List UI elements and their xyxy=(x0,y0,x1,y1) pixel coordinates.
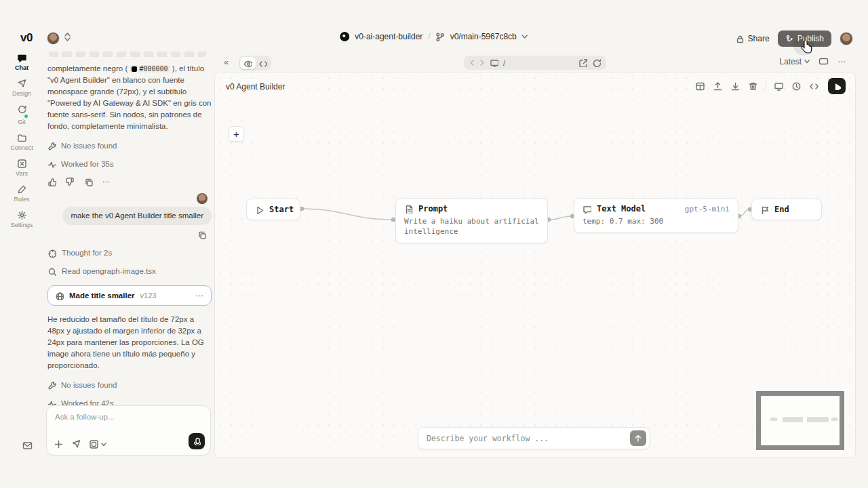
back-icon[interactable] xyxy=(469,60,475,66)
project-icon xyxy=(340,32,349,41)
device-frame-icon[interactable] xyxy=(818,56,829,66)
read-file-row[interactable]: Read opengraph-image.tsx xyxy=(47,266,212,277)
connect-icon xyxy=(17,133,27,143)
message-text: ), el título "v0 Agent Builder" en blanc… xyxy=(47,64,211,130)
branch-name[interactable]: v0/main-5967c8cb xyxy=(450,32,517,41)
eye-icon xyxy=(243,59,252,68)
forward-icon[interactable] xyxy=(479,60,485,66)
team-avatar[interactable] xyxy=(47,32,60,45)
copy-icon[interactable] xyxy=(197,230,206,239)
sidebar-item-rules[interactable]: Rules xyxy=(1,184,42,203)
mouse-cursor xyxy=(800,41,812,54)
version-select-label: Latest xyxy=(779,57,802,66)
user-avatar[interactable] xyxy=(840,32,853,45)
search-icon xyxy=(47,267,56,276)
worked-status[interactable]: Worked for 42s xyxy=(47,398,212,405)
more-actions-icon[interactable]: ⋯ xyxy=(102,176,111,188)
share-button[interactable]: Share xyxy=(736,34,770,43)
source-select[interactable] xyxy=(89,439,106,449)
preview-menu-icon[interactable]: ⋯ xyxy=(837,57,846,66)
sidebar-item-chat[interactable]: Chat xyxy=(1,53,42,71)
v0-logo[interactable]: v0 xyxy=(20,31,33,45)
wrench-icon xyxy=(47,142,56,150)
git-branch-icon xyxy=(436,33,445,41)
version-menu-icon[interactable]: ⋯ xyxy=(196,290,205,302)
scrolled-text-fragment xyxy=(49,52,206,57)
minimap-node xyxy=(783,417,803,422)
gear-icon xyxy=(17,210,27,220)
sidebar-item-git[interactable]: Git xyxy=(1,104,42,125)
feedback-mail-icon[interactable] xyxy=(22,441,33,451)
version-title: Made title smaller xyxy=(69,290,135,302)
node-label: Start xyxy=(269,205,294,214)
thinking-icon xyxy=(47,249,56,258)
copy-icon[interactable] xyxy=(84,178,93,186)
user-message-bubble: make the v0 Agent Builder title smaller xyxy=(62,207,212,225)
open-external-icon[interactable] xyxy=(578,58,587,67)
publish-icon xyxy=(785,35,794,43)
version-select[interactable]: Latest xyxy=(779,57,810,66)
voice-input-button[interactable] xyxy=(189,433,205,449)
team-switcher-icon[interactable] xyxy=(64,33,71,41)
version-number: v123 xyxy=(140,290,157,302)
preview-tab[interactable] xyxy=(240,57,256,69)
globe-icon xyxy=(55,291,64,300)
node-label: Prompt xyxy=(418,204,448,214)
code-tab[interactable] xyxy=(256,59,270,68)
chevron-down-icon[interactable] xyxy=(522,35,528,39)
sidebar-label: Rules xyxy=(14,196,29,203)
sidebar-item-design[interactable]: Design xyxy=(1,79,42,97)
code-icon xyxy=(258,59,267,68)
minimap-node xyxy=(831,418,837,421)
workflow-input-placeholder: Describe your workflow ... xyxy=(427,434,549,443)
worked-status[interactable]: Worked for 35s xyxy=(47,159,212,170)
arrow-up-icon xyxy=(635,434,642,442)
chat-input[interactable]: Ask a follow-up... xyxy=(55,413,115,421)
url-path[interactable]: / xyxy=(503,59,505,67)
color-code-chip: #000000 xyxy=(130,65,170,73)
rules-icon xyxy=(17,184,27,195)
activity-icon xyxy=(47,160,56,169)
chevron-down-icon xyxy=(101,443,106,447)
feedback-row: ⋯ xyxy=(47,176,212,188)
chat-panel: completamente negro ( #000000 ), el títu… xyxy=(43,50,214,405)
node-end[interactable]: End xyxy=(751,199,822,220)
vars-icon xyxy=(17,159,27,169)
color-code: #000000 xyxy=(139,65,167,73)
worked-label: Worked for 42s xyxy=(61,398,114,405)
thought-row[interactable]: Thought for 2s xyxy=(47,247,212,259)
node-label: Text Model xyxy=(597,204,646,214)
sidebar-item-settings[interactable]: Settings xyxy=(1,210,42,228)
preview-url-bar[interactable]: / xyxy=(464,56,606,70)
node-prompt[interactable]: Prompt Write a haiku about artificial in… xyxy=(395,198,548,243)
sidebar-label: Connect xyxy=(10,144,33,151)
workflow-canvas[interactable]: v0 Agent Builder + Start Prom xyxy=(214,72,856,458)
git-status-dot xyxy=(24,115,28,118)
message-icon xyxy=(583,205,591,214)
project-name[interactable]: v0-ai-agent-builder xyxy=(355,32,422,41)
breadcrumb: v0-ai-agent-builder / v0/main-5967c8cb xyxy=(340,32,528,41)
chat-input-card[interactable]: Ask a follow-up... xyxy=(46,405,211,455)
minimap[interactable] xyxy=(756,391,844,450)
sidebar-item-vars[interactable]: Vars xyxy=(1,159,42,177)
thumbs-up-icon[interactable] xyxy=(47,178,56,186)
node-text-model[interactable]: Text Model gpt-5-mini temp: 0.7 max: 300 xyxy=(574,198,738,233)
thumbs-down-icon[interactable] xyxy=(66,178,75,186)
node-start[interactable]: Start xyxy=(246,199,300,220)
top-header: v0 v0-ai-agent-builder / v0/main-5967c8c… xyxy=(0,27,868,52)
design-mode-icon[interactable] xyxy=(71,439,81,449)
attach-plus-icon[interactable] xyxy=(54,439,64,449)
refresh-icon[interactable] xyxy=(592,58,601,67)
minimap-node xyxy=(770,418,777,421)
version-card[interactable]: Made title smaller v123 ⋯ xyxy=(47,285,212,306)
viewport-icon[interactable] xyxy=(490,58,498,67)
sidebar-label: Design xyxy=(12,90,31,97)
flag-icon xyxy=(760,205,769,214)
sidebar-item-connect[interactable]: Connect xyxy=(1,133,42,151)
sidebar-label: Chat xyxy=(15,64,28,71)
sidebar-label: Settings xyxy=(11,222,33,228)
workflow-send-button[interactable] xyxy=(630,430,646,446)
collapse-panel-icon[interactable]: « xyxy=(224,57,229,67)
user-message-avatar xyxy=(197,193,208,204)
workflow-input[interactable]: Describe your workflow ... xyxy=(418,427,650,449)
